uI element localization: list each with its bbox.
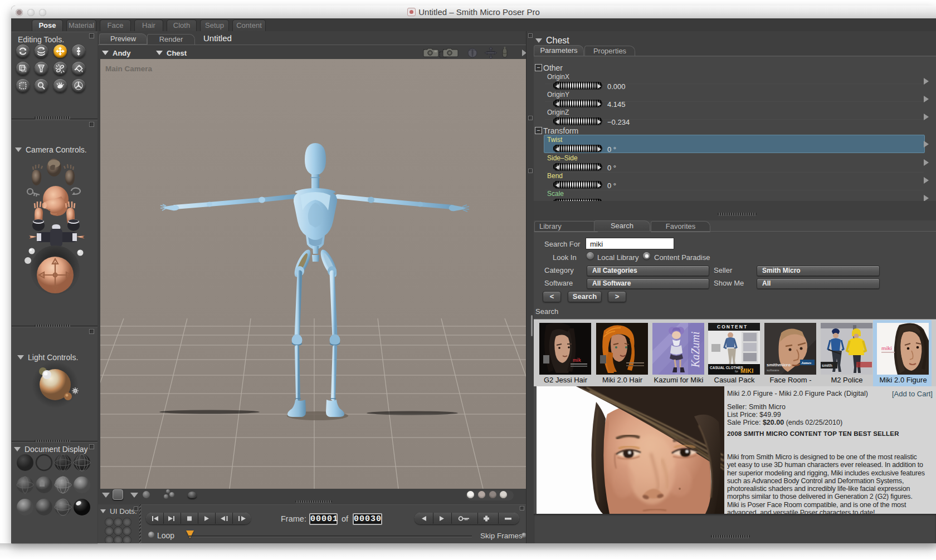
svg-text:for: for [735,370,738,373]
svg-text:miki: miki [881,345,892,351]
svg-text:James: James [801,361,812,365]
svg-text:MIKI: MIKI [740,367,753,374]
svg-text:mik: mik [573,357,581,363]
svg-text:smith: smith [822,363,832,367]
svg-text:CONTENT: CONTENT [717,324,748,330]
svg-text:software: software [767,369,779,372]
svg-text:Main Camera: Main Camera [105,65,153,73]
svg-text:CASUAL CLOTHES: CASUAL CLOTHES [710,366,743,370]
svg-text:KaZumi: KaZumi [689,332,701,368]
svg-text:smithmicro: smithmicro [767,362,791,367]
